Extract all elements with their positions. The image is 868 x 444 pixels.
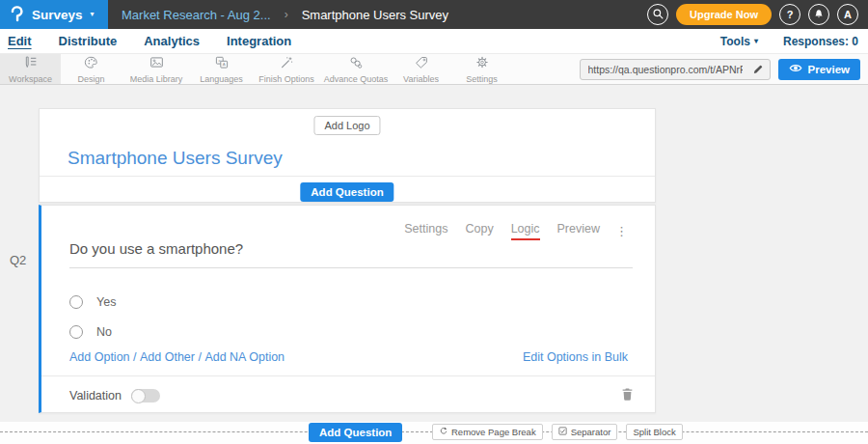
avatar: A [844, 9, 852, 20]
notifications-button[interactable] [808, 4, 829, 25]
add-other-link[interactable]: Add Other [140, 350, 195, 364]
help-button[interactable]: ? [779, 4, 800, 25]
divider [41, 375, 655, 376]
survey-canvas: Add Logo Smartphone Users Survey Add Que… [0, 85, 868, 444]
toolbar-item-workspace[interactable]: Workspace [0, 54, 61, 84]
pencil-icon [752, 62, 764, 76]
toolbar-item-design[interactable]: Design [61, 54, 122, 84]
remove-page-break-button[interactable]: Remove Page Break [432, 424, 543, 440]
add-na-option-link[interactable]: Add NA Option [204, 350, 285, 364]
toolbar-item-media-library[interactable]: Media Library [122, 54, 191, 84]
top-bar: Surveys ▾ Market Research - Aug 2... › S… [0, 0, 868, 29]
chevron-down-icon: ▾ [754, 38, 758, 45]
kebab-menu-icon[interactable]: ⋮ [615, 225, 628, 237]
radio-no[interactable] [69, 325, 83, 339]
chevron-down-icon: ▾ [91, 11, 95, 18]
bell-icon [813, 8, 825, 22]
option-label-yes[interactable]: Yes [96, 295, 116, 309]
question-tab-logic[interactable]: Logic [511, 222, 540, 240]
responses-count[interactable]: Responses: 0 [783, 35, 858, 48]
preview-button[interactable]: Preview [778, 59, 860, 80]
question-mark-icon: ? [787, 9, 794, 20]
image-icon [149, 55, 165, 73]
question-text[interactable]: Do you use a smartphone? [69, 240, 633, 268]
checkbox-checked-icon [558, 427, 567, 437]
gear-icon [475, 55, 490, 73]
split-block-button[interactable]: Split Block [626, 424, 682, 440]
magic-wand-icon [279, 55, 294, 73]
workspace-icon [22, 55, 39, 73]
breadcrumb-parent[interactable]: Market Research - Aug 2... [122, 8, 271, 22]
search-icon [652, 8, 665, 22]
tab-integration[interactable]: Integration [227, 34, 291, 48]
trash-icon [621, 387, 634, 404]
upgrade-now-button[interactable]: Upgrade Now [676, 4, 772, 25]
translate-icon: aA [214, 55, 230, 73]
delete-question-button[interactable] [621, 387, 634, 404]
option-label-no[interactable]: No [96, 325, 112, 339]
survey-title[interactable]: Smartphone Users Survey [68, 148, 283, 169]
toolbar-item-settings[interactable]: Settings [451, 54, 512, 84]
survey-header-card: Add Logo Smartphone Users Survey Add Que… [39, 108, 656, 203]
add-question-button-bottom[interactable]: Add Question [309, 423, 402, 442]
tools-menu[interactable]: Tools ▾ [720, 35, 758, 48]
eye-icon [789, 63, 802, 75]
avatar-button[interactable]: A [837, 4, 858, 25]
question-block: Settings Copy Logic Preview ⋮ Do you use… [39, 205, 656, 413]
question-tab-settings[interactable]: Settings [404, 222, 448, 240]
chain-links-icon [348, 55, 364, 73]
edit-url-button[interactable] [746, 62, 770, 76]
palette-icon [84, 55, 99, 73]
questionpro-logo-icon [10, 6, 24, 23]
breadcrumb-separator-icon: › [285, 8, 288, 21]
breadcrumb-current: Smartphone Users Survey [302, 8, 448, 22]
option-row-yes: Yes [69, 295, 116, 309]
editor-toolbar: Workspace Design Media Library aA Langua… [0, 54, 868, 85]
topbar-actions: Upgrade Now ? A [647, 4, 868, 25]
toolbar-item-advance-quotas[interactable]: Advance Quotas [321, 54, 391, 84]
toolbar-item-languages[interactable]: aA Languages [191, 54, 252, 84]
toolbar-item-variables[interactable]: Variables [391, 54, 451, 84]
add-option-link[interactable]: Add Option [69, 350, 130, 364]
tab-distribute[interactable]: Distribute [59, 34, 118, 48]
survey-url-input[interactable] [581, 64, 746, 75]
toggle-knob [131, 389, 146, 403]
validation-label: Validation [69, 389, 122, 402]
page-break-controls: Remove Page Break Separator Split Block [432, 424, 683, 440]
search-button[interactable] [647, 4, 668, 25]
option-row-no: No [69, 325, 112, 339]
radio-yes[interactable] [69, 295, 83, 309]
section-nav: Edit Distribute Analytics Integration To… [0, 29, 868, 54]
svg-text:A: A [222, 62, 225, 67]
breadcrumb: Market Research - Aug 2... › Smartphone … [122, 8, 448, 22]
question-tab-preview[interactable]: Preview [557, 222, 600, 240]
questionpro-survey-editor: Surveys ▾ Market Research - Aug 2... › S… [0, 0, 868, 444]
edit-options-in-bulk-link[interactable]: Edit Options in Bulk [523, 350, 628, 364]
link-separator: / [130, 350, 140, 364]
page-break-strip: Add Question Remove Page Break Separator… [0, 422, 868, 444]
question-tab-copy[interactable]: Copy [465, 222, 493, 240]
toolbar-item-finish-options[interactable]: Finish Options [252, 54, 321, 84]
surveys-menu-label: Surveys [32, 8, 83, 22]
question-tabs: Settings Copy Logic Preview ⋮ [404, 222, 628, 240]
add-logo-button[interactable]: Add Logo [313, 116, 380, 135]
question-number: Q2 [10, 253, 26, 267]
tag-icon [414, 55, 429, 73]
tab-edit[interactable]: Edit [8, 34, 32, 48]
separator-button[interactable]: Separator [552, 424, 618, 440]
tab-analytics[interactable]: Analytics [144, 34, 200, 48]
survey-url-box [580, 59, 771, 80]
option-links-row: Add Option / Add Other / Add NA Option E… [69, 350, 628, 364]
divider [40, 176, 655, 177]
validation-toggle[interactable] [131, 389, 160, 402]
refresh-icon [439, 427, 448, 437]
add-question-button-top[interactable]: Add Question [300, 182, 393, 202]
surveys-menu[interactable]: Surveys ▾ [0, 0, 108, 29]
validation-row: Validation [69, 387, 634, 404]
link-separator: / [195, 350, 204, 364]
